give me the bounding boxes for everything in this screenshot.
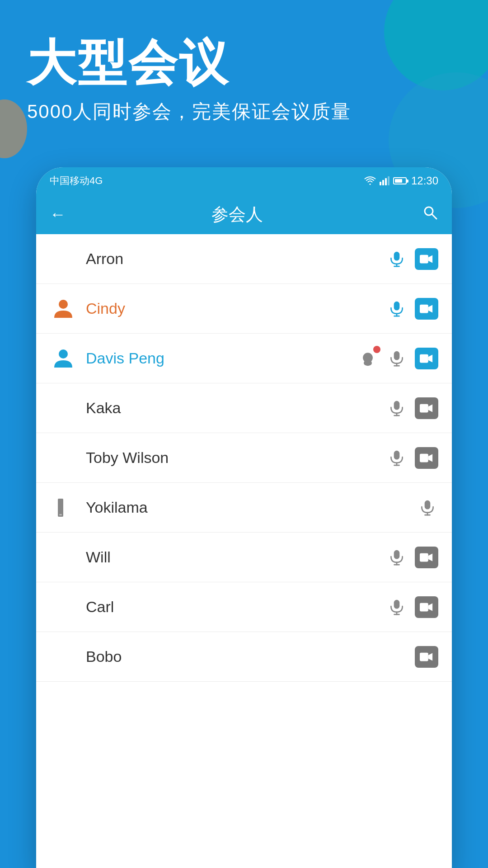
app-bar-title: 参会人: [75, 203, 399, 226]
svg-rect-22: [394, 401, 400, 410]
avatar-none: [50, 544, 77, 571]
participant-icons: [386, 248, 438, 270]
video-icon[interactable]: [415, 646, 438, 668]
avatar-none: [50, 444, 77, 472]
participant-row[interactable]: Will: [36, 533, 452, 582]
participant-icons: [386, 397, 438, 419]
avatar-phone: [50, 494, 77, 521]
svg-point-15: [59, 349, 68, 359]
participant-icons: [417, 497, 438, 519]
svg-rect-41: [420, 603, 428, 611]
participant-row[interactable]: Arron: [36, 234, 452, 284]
svg-rect-25: [420, 404, 428, 412]
svg-rect-37: [420, 553, 428, 561]
svg-rect-38: [394, 599, 400, 609]
battery-icon: [393, 177, 407, 184]
participant-row[interactable]: Davis Peng: [36, 334, 452, 383]
share-screen-icon[interactable]: [357, 348, 379, 369]
svg-rect-42: [420, 652, 428, 661]
participant-icons: [386, 547, 438, 568]
avatar-none: [50, 395, 77, 422]
mic-icon[interactable]: [386, 397, 408, 419]
video-icon[interactable]: [415, 348, 438, 369]
participant-name: Yokilama: [86, 499, 417, 516]
avatar-person-orange: [50, 295, 77, 322]
participant-icons: [415, 646, 438, 668]
video-icon[interactable]: [415, 248, 438, 270]
svg-point-10: [59, 300, 68, 309]
video-icon[interactable]: [415, 447, 438, 469]
mic-icon[interactable]: [386, 547, 408, 568]
header-section: 大型会议 5000人同时参会，完美保证会议质量: [0, 0, 488, 124]
mic-icon[interactable]: [386, 298, 408, 320]
video-icon[interactable]: [415, 596, 438, 618]
avatar-none: [50, 594, 77, 621]
header-title: 大型会议: [27, 36, 461, 90]
svg-rect-18: [394, 351, 400, 360]
svg-point-17: [366, 354, 371, 359]
avatar-none: [50, 643, 77, 670]
mic-icon[interactable]: [386, 596, 408, 618]
mic-icon[interactable]: [386, 348, 408, 369]
signal-icon: [380, 176, 389, 185]
svg-rect-29: [420, 453, 428, 462]
video-icon[interactable]: [415, 547, 438, 568]
svg-rect-3: [388, 176, 389, 185]
svg-rect-2: [385, 178, 387, 185]
phone-mockup: 中国移动4G: [36, 167, 452, 868]
status-time: 12:30: [411, 175, 438, 187]
svg-rect-34: [394, 550, 400, 559]
video-icon[interactable]: [415, 298, 438, 320]
svg-rect-14: [420, 304, 428, 313]
svg-rect-21: [420, 354, 428, 363]
participant-icons: [386, 447, 438, 469]
participant-list: Arron Cindy: [36, 234, 452, 682]
share-badge: [373, 346, 380, 353]
back-button[interactable]: ←: [50, 205, 66, 224]
avatar-none: [50, 245, 77, 273]
svg-rect-31: [425, 500, 431, 509]
participant-row[interactable]: Cindy: [36, 284, 452, 334]
participant-name: Bobo: [86, 648, 415, 665]
svg-rect-30: [59, 514, 62, 515]
mic-icon[interactable]: [386, 447, 408, 469]
participant-name: Toby Wilson: [86, 449, 386, 467]
participant-row[interactable]: Yokilama: [36, 483, 452, 533]
svg-rect-0: [380, 182, 381, 185]
status-icons: [364, 176, 407, 185]
wifi-icon: [364, 176, 376, 185]
status-carrier: 中国移动4G: [50, 174, 103, 188]
participant-name: Davis Peng: [86, 349, 357, 367]
participant-name: Will: [86, 548, 386, 566]
participant-row[interactable]: Bobo: [36, 632, 452, 682]
avatar-person-blue: [50, 345, 77, 372]
search-button[interactable]: [422, 204, 438, 225]
participant-name: Kaka: [86, 399, 386, 417]
svg-rect-1: [382, 180, 384, 185]
svg-rect-9: [420, 255, 428, 263]
participant-icons: [357, 348, 438, 369]
participant-icons: [386, 596, 438, 618]
mic-icon[interactable]: [386, 248, 408, 270]
svg-rect-11: [394, 301, 400, 310]
mic-icon[interactable]: [417, 497, 438, 519]
participant-row[interactable]: Toby Wilson: [36, 433, 452, 483]
svg-rect-26: [394, 450, 400, 459]
status-bar: 中国移动4G: [36, 167, 452, 194]
participant-name: Carl: [86, 598, 386, 616]
video-icon[interactable]: [415, 397, 438, 419]
participant-row[interactable]: Kaka: [36, 383, 452, 433]
svg-line-5: [432, 214, 436, 219]
participant-name: Arron: [86, 250, 386, 268]
participant-icons: [386, 298, 438, 320]
header-subtitle: 5000人同时参会，完美保证会议质量: [27, 99, 461, 124]
app-bar: ← 参会人: [36, 194, 452, 234]
participant-name: Cindy: [86, 300, 386, 317]
svg-rect-6: [394, 251, 400, 260]
status-right: 12:30: [364, 175, 438, 187]
participant-row[interactable]: Carl: [36, 582, 452, 632]
